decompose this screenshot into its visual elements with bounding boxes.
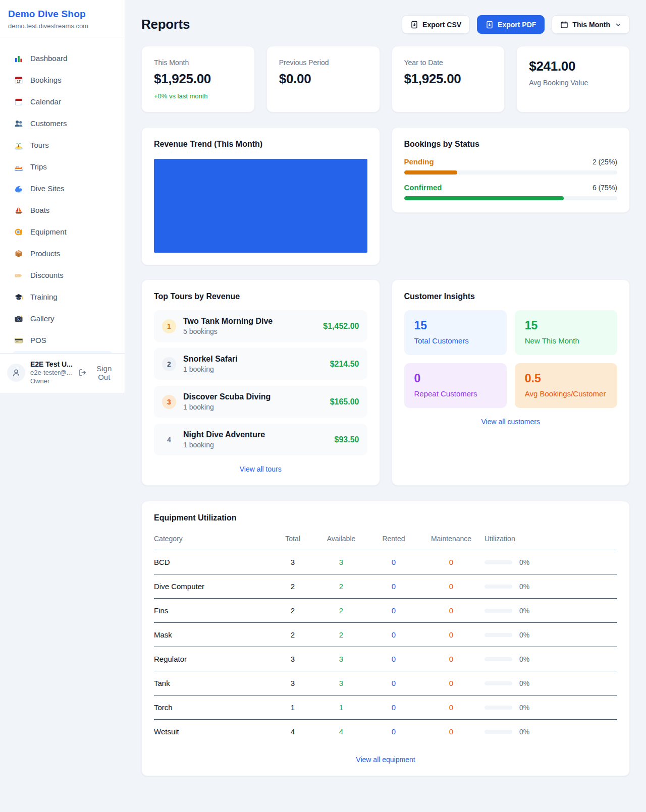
stat-label: Previous Period (279, 59, 367, 67)
cell-total: 3 (273, 550, 317, 574)
stat-card-avg-booking-value: $241.00 Avg Booking Value (516, 46, 630, 112)
cell-rented: 0 (369, 599, 422, 623)
rank-badge: 3 (162, 395, 176, 409)
cell-maintenance: 0 (422, 671, 484, 695)
shop-domain: demo.test.divestreams.com (8, 22, 117, 30)
table-row: BCD 3 3 0 0 0% (154, 550, 617, 574)
view-all-tours-link[interactable]: View all tours (154, 465, 367, 473)
table-row: Fins 2 2 0 0 0% (154, 599, 617, 623)
sidebar-nav: Dashboard 17 Bookings Calendar Customers… (0, 37, 125, 353)
view-all-customers-link[interactable]: View all customers (404, 418, 618, 426)
avatar (7, 364, 25, 382)
bookings-status-title: Bookings by Status (404, 140, 618, 149)
credit-card-icon (14, 336, 23, 345)
sidebar-item-discounts[interactable]: Discounts (6, 264, 119, 286)
cell-utilization: 0% (519, 558, 529, 566)
sidebar-item-boats[interactable]: Boats (6, 199, 119, 221)
export-csv-button[interactable]: Export CSV (402, 15, 470, 34)
page-header: Reports Export CSV Export PDF This Month (141, 15, 630, 34)
cell-available: 3 (317, 671, 369, 695)
cell-total: 3 (273, 671, 317, 695)
sidebar-item-pos[interactable]: POS (6, 329, 119, 351)
stat-label: Avg Booking Value (529, 79, 617, 87)
cell-utilization: 0% (519, 728, 529, 736)
column-header: Category (154, 531, 273, 550)
column-header: Maintenance (422, 531, 484, 550)
revenue-trend-chart (154, 159, 367, 253)
sidebar-item-gallery[interactable]: Gallery (6, 308, 119, 329)
cell-maintenance: 0 (422, 720, 484, 744)
dive-mask-icon (14, 227, 23, 237)
graduation-cap-icon (14, 293, 23, 302)
tour-bookings: 1 booking (183, 365, 323, 373)
sidebar-item-label: Products (30, 249, 60, 258)
tour-revenue: $165.00 (330, 397, 359, 407)
status-value: 6 (75%) (593, 184, 617, 192)
sidebar-item-dashboard[interactable]: Dashboard (6, 47, 119, 69)
people-icon (14, 119, 23, 128)
cell-category: Dive Computer (154, 574, 273, 599)
status-bar-fill (404, 170, 458, 175)
cell-category: BCD (154, 550, 273, 574)
calendar-icon (560, 21, 568, 29)
cell-rented: 0 (369, 574, 422, 599)
speedboat-icon (14, 162, 23, 171)
status-bar-track (404, 170, 618, 175)
table-row: Torch 1 1 0 0 0% (154, 695, 617, 720)
status-value: 2 (25%) (593, 158, 617, 166)
sidebar-item-label: POS (30, 336, 46, 344)
insight-grid: 15 Total Customers 15 New This Month 0 R… (404, 310, 618, 408)
sign-out-button[interactable]: Sign Out (78, 364, 118, 381)
sidebar-item-products[interactable]: Products (6, 243, 119, 264)
person-icon (11, 368, 21, 378)
utilization-bar (484, 681, 512, 685)
utilization-bar (484, 633, 512, 637)
sidebar-item-training[interactable]: Training (6, 286, 119, 308)
sidebar-item-equipment[interactable]: Equipment (6, 221, 119, 243)
cell-available: 2 (317, 599, 369, 623)
tour-bookings: 5 bookings (183, 327, 316, 335)
insight-tile-avg-bookings: 0.5 Avg Bookings/Customer (515, 363, 617, 408)
cell-utilization: 0% (519, 607, 529, 615)
cell-total: 2 (273, 599, 317, 623)
sidebar-item-label: Calendar (30, 97, 61, 106)
cell-utilization: 0% (519, 631, 529, 639)
sidebar-item-customers[interactable]: Customers (6, 112, 119, 134)
utilization-bar (484, 609, 512, 613)
sidebar-item-label: Discounts (30, 271, 64, 279)
sidebar-item-trips[interactable]: Trips (6, 156, 119, 178)
sidebar-item-dive-sites[interactable]: Dive Sites (6, 178, 119, 199)
equipment-table: Category Total Available Rented Maintena… (154, 531, 617, 743)
revenue-trend-title: Revenue Trend (This Month) (154, 140, 367, 149)
cell-maintenance: 0 (422, 695, 484, 720)
cell-available: 2 (317, 623, 369, 647)
cell-total: 1 (273, 695, 317, 720)
bar-chart-icon (14, 54, 23, 63)
insight-label: Total Customers (414, 336, 497, 345)
tour-revenue: $214.50 (330, 360, 359, 369)
table-row: Dive Computer 2 2 0 0 0% (154, 574, 617, 599)
user-name: E2E Test U... (30, 360, 73, 369)
bookings-status-card: Bookings by Status Pending 2 (25%) Confi… (392, 127, 630, 213)
period-dropdown[interactable]: This Month (552, 15, 630, 34)
sidebar-item-label: Tours (30, 141, 49, 149)
export-pdf-button[interactable]: Export PDF (477, 15, 545, 34)
revenue-trend-card: Revenue Trend (This Month) (141, 127, 380, 265)
table-header-row: Category Total Available Rented Maintena… (154, 531, 617, 550)
table-row: Regulator 3 3 0 0 0% (154, 647, 617, 671)
view-all-equipment-link[interactable]: View all equipment (154, 756, 617, 764)
cell-category: Tank (154, 671, 273, 695)
sidebar-item-bookings[interactable]: 17 Bookings (6, 69, 119, 91)
package-icon (14, 249, 23, 258)
cell-utilization: 0% (519, 655, 529, 663)
insight-label: Repeat Customers (414, 389, 497, 398)
sidebar-item-calendar[interactable]: Calendar (6, 91, 119, 112)
cell-available: 3 (317, 550, 369, 574)
cell-total: 3 (273, 647, 317, 671)
column-header: Available (317, 531, 369, 550)
island-icon (14, 141, 23, 150)
customer-insights-title: Customer Insights (404, 292, 618, 301)
sidebar-item-tours[interactable]: Tours (6, 134, 119, 156)
sign-out-label: Sign Out (91, 364, 118, 381)
sidebar-item-label: Dive Sites (30, 184, 65, 193)
